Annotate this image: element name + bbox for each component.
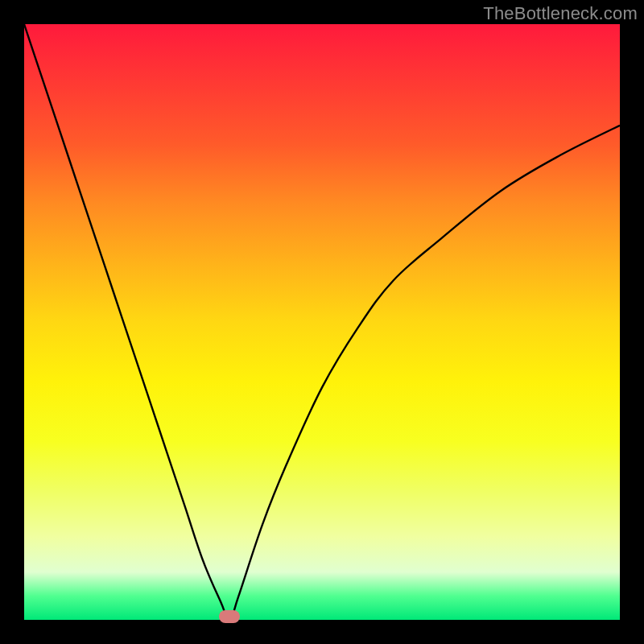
bottleneck-curve (24, 24, 620, 620)
optimum-marker (219, 610, 240, 623)
chart-plot-area (24, 24, 620, 620)
watermark-text: TheBottleneck.com (483, 3, 638, 24)
curve-path (24, 24, 620, 620)
